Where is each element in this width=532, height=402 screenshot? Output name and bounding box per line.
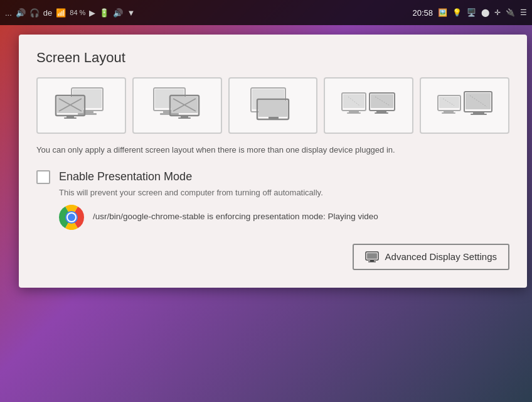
presentation-mode-label: Enable Presentation Mode: [59, 170, 192, 183]
svg-rect-32: [347, 112, 361, 114]
chrome-notice-text: /usr/bin/google-chrome-stable is enforci…: [93, 210, 378, 223]
taskbar-time: 20:58: [412, 8, 433, 18]
layout-info-text: You can only apply a different screen la…: [36, 144, 509, 156]
taskbar-play-icon[interactable]: ▶: [89, 8, 95, 18]
svg-rect-18: [181, 116, 188, 117]
layout-option-2[interactable]: [132, 77, 222, 134]
taskbar-monitor-icon: 🖥️: [467, 8, 476, 17]
svg-rect-47: [471, 114, 487, 115]
layout-option-4[interactable]: [324, 77, 413, 134]
layout-icon-2: [149, 87, 205, 124]
svg-rect-27: [266, 119, 281, 120]
taskbar-menu-icon[interactable]: ...: [5, 8, 12, 18]
svg-rect-46: [473, 112, 484, 114]
svg-rect-25: [258, 100, 287, 117]
chrome-icon: [59, 205, 84, 230]
svg-rect-42: [442, 112, 455, 114]
taskbar-battery-display: 84 %: [70, 9, 85, 16]
taskbar-hamburger-icon[interactable]: ☰: [520, 8, 527, 17]
panel-title: Screen Layout: [36, 50, 509, 66]
bottom-row: Advanced Display Settings: [36, 244, 509, 270]
layout-icon-5: [437, 87, 493, 124]
taskbar-dropdown-icon[interactable]: ▼: [127, 8, 135, 18]
taskbar-bulb-icon: 💡: [452, 8, 462, 17]
taskbar-headset-icon[interactable]: 🎧: [29, 8, 40, 18]
layout-icon-4: [341, 87, 397, 124]
layout-icon-3: [245, 87, 301, 124]
svg-rect-39: [439, 97, 459, 108]
taskbar-move-icon: ✛: [494, 8, 501, 17]
svg-rect-55: [368, 261, 376, 263]
svg-rect-44: [466, 93, 491, 109]
layout-option-1[interactable]: [36, 77, 126, 134]
taskbar: ... 🔊 🎧 de 📶 84 % ▶ 🔋 🔊 ▼ 20:58 🖼️ 💡 🖥️ …: [0, 0, 532, 25]
layout-icon-1: [53, 87, 109, 124]
svg-rect-31: [349, 111, 359, 112]
svg-rect-36: [376, 111, 386, 112]
svg-rect-41: [444, 111, 454, 112]
adv-btn-label: Advanced Display Settings: [385, 251, 497, 262]
advanced-display-settings-button[interactable]: Advanced Display Settings: [353, 244, 509, 270]
svg-rect-9: [64, 117, 77, 119]
monitor-icon: [365, 251, 379, 263]
presentation-section: Enable Presentation Mode This will preve…: [36, 170, 509, 230]
taskbar-volume-icon[interactable]: 🔊: [16, 8, 26, 18]
taskbar-sound-icon[interactable]: 🔊: [113, 8, 123, 18]
svg-rect-19: [178, 117, 191, 119]
svg-rect-3: [78, 113, 97, 115]
svg-rect-29: [343, 94, 364, 108]
taskbar-image-icon: 🖼️: [438, 8, 447, 17]
svg-rect-26: [269, 117, 279, 119]
taskbar-wifi-icon[interactable]: 📶: [56, 8, 66, 18]
svg-rect-53: [367, 253, 377, 259]
taskbar-right: 20:58 🖼️ 💡 🖥️ ⬤ ✛ 🔌 ☰: [412, 8, 527, 18]
taskbar-battery-icon[interactable]: 🔋: [99, 8, 109, 18]
svg-rect-54: [370, 260, 374, 261]
taskbar-charge-icon: 🔌: [506, 8, 515, 17]
layout-option-3[interactable]: [228, 77, 318, 134]
svg-rect-8: [66, 116, 74, 117]
layout-option-5[interactable]: [420, 77, 509, 134]
presentation-mode-checkbox[interactable]: [36, 170, 50, 184]
taskbar-lang: de: [43, 8, 52, 18]
svg-point-51: [68, 214, 75, 221]
taskbar-icons: ... 🔊 🎧 de 📶 84 % ▶ 🔋 🔊 ▼: [5, 8, 412, 18]
chrome-notice: /usr/bin/google-chrome-stable is enforci…: [59, 205, 509, 230]
presentation-row: Enable Presentation Mode: [36, 170, 509, 184]
svg-rect-37: [375, 112, 388, 114]
taskbar-circle-icon: ⬤: [481, 8, 489, 17]
layout-options-row: [36, 77, 509, 134]
presentation-desc: This will prevent your screen and comput…: [59, 188, 509, 197]
screen-layout-panel: Screen Layout: [19, 35, 527, 288]
